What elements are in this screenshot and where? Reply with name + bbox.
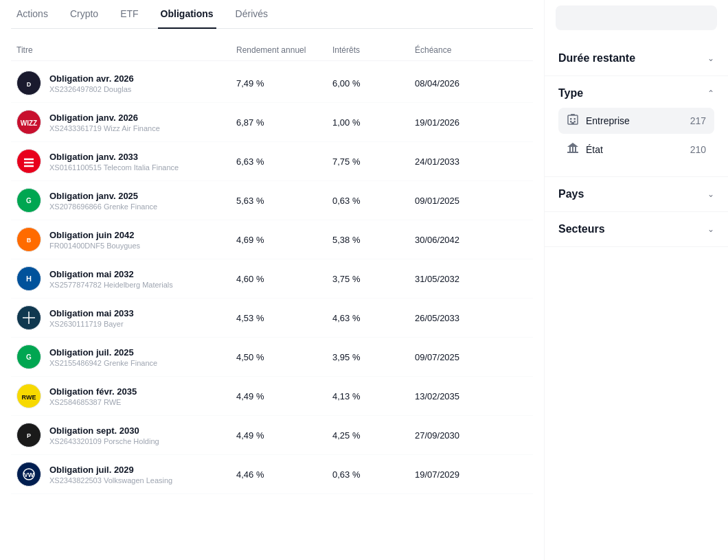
svg-text:H: H xyxy=(26,275,32,283)
col-echeance: 26/05/2033 xyxy=(415,313,511,323)
col-interets: 7,75 % xyxy=(332,156,415,167)
obligation-isin: XS0161100515 Telecom Italia Finance xyxy=(49,163,179,172)
company-logo: RWE xyxy=(16,384,41,408)
svg-text:G: G xyxy=(26,353,32,361)
obligation-name: Obligation févr. 2035 xyxy=(49,386,137,397)
table-row[interactable]: H Obligation mai 2032 XS2577874782 Heide… xyxy=(11,259,533,299)
filter-duree-restante-header[interactable]: Durée restante ⌄ xyxy=(558,52,714,65)
table-row[interactable]: G Obligation janv. 2025 XS2078696866 Gre… xyxy=(11,181,533,220)
col-header-rendement: Rendement annuel xyxy=(236,45,332,55)
svg-text:RWE: RWE xyxy=(22,394,36,401)
col-titre: G Obligation janv. 2025 XS2078696866 Gre… xyxy=(16,188,236,213)
obligation-isin: XS2643320109 Porsche Holding xyxy=(49,437,159,445)
nav-tabs: Actions Crypto ETF Obligations Dérivés xyxy=(11,0,533,29)
table-row[interactable]: WIZZ Obligation janv. 2026 XS2433361719 … xyxy=(11,103,533,142)
svg-text:WIZZ: WIZZ xyxy=(21,119,37,127)
svg-text:G: G xyxy=(26,197,32,205)
filter-type-header[interactable]: Type ⌃ xyxy=(558,87,714,100)
tab-crypto[interactable]: Crypto xyxy=(67,0,101,29)
tab-actions[interactable]: Actions xyxy=(14,0,51,29)
tab-derives[interactable]: Dérivés xyxy=(233,0,271,29)
col-rendement: 4,60 % xyxy=(236,274,332,284)
filter-secteurs: Secteurs ⌄ xyxy=(545,212,728,247)
table-row[interactable]: Obligation janv. 2033 XS0161100515 Telec… xyxy=(11,142,533,181)
filter-option-entreprise[interactable]: Entreprise 217 xyxy=(558,108,714,134)
company-logo xyxy=(16,149,41,174)
svg-rect-23 xyxy=(571,114,575,115)
obligation-name: Obligation janv. 2026 xyxy=(49,113,160,123)
chevron-down-icon-secteurs: ⌄ xyxy=(707,224,714,234)
col-interets: 3,75 % xyxy=(332,274,415,284)
col-echeance: 19/07/2029 xyxy=(415,469,511,480)
svg-rect-26 xyxy=(572,147,573,152)
table-body: D Obligation avr. 2026 XS2326497802 Doug… xyxy=(11,64,533,494)
filter-option-etat-count: 210 xyxy=(690,144,706,155)
col-echeance: 30/06/2042 xyxy=(415,235,511,245)
svg-rect-27 xyxy=(575,147,576,152)
svg-rect-22 xyxy=(571,122,574,124)
svg-marker-28 xyxy=(567,143,578,147)
svg-text:P: P xyxy=(27,432,31,439)
obligation-name: Obligation janv. 2025 xyxy=(49,191,157,201)
obligation-name: Obligation juil. 2025 xyxy=(49,347,157,358)
tab-obligations[interactable]: Obligations xyxy=(158,0,216,29)
col-header-echeance: Échéance xyxy=(415,45,511,55)
table-row[interactable]: VW Obligation juil. 2029 XS2343822503 Vo… xyxy=(11,455,533,494)
filter-option-etat[interactable]: État 210 xyxy=(558,137,714,163)
filter-type-options: Entreprise 217 xyxy=(558,108,714,163)
col-interets: 4,13 % xyxy=(332,391,415,401)
col-rendement: 6,63 % xyxy=(236,156,332,167)
col-rendement: 4,53 % xyxy=(236,313,332,323)
table-header: Titre Rendement annuel Intérêts Échéance xyxy=(11,40,533,61)
col-interets: 0,63 % xyxy=(332,469,415,480)
col-echeance: 09/07/2025 xyxy=(415,352,511,362)
filter-secteurs-title: Secteurs xyxy=(558,223,605,235)
filter-secteurs-header[interactable]: Secteurs ⌄ xyxy=(558,223,714,235)
filter-option-entreprise-count: 217 xyxy=(690,115,706,126)
col-titre: VW Obligation juil. 2029 XS2343822503 Vo… xyxy=(16,462,236,487)
col-echeance: 08/04/2026 xyxy=(415,78,511,89)
company-logo: WIZZ xyxy=(16,110,41,135)
table-row[interactable]: P Obligation sept. 2030 XS2643320109 Por… xyxy=(11,416,533,455)
col-rendement: 6,87 % xyxy=(236,117,332,128)
col-titre: D Obligation avr. 2026 XS2326497802 Doug… xyxy=(16,71,236,95)
filter-type-title: Type xyxy=(558,87,583,100)
col-titre: RWE Obligation févr. 2035 XS2584685387 R… xyxy=(16,384,236,408)
table-row[interactable]: Obligation mai 2033 XS2630111719 Bayer 4… xyxy=(11,299,533,338)
col-titre: H Obligation mai 2032 XS2577874782 Heide… xyxy=(16,266,236,291)
obligation-isin: XS2433361719 Wizz Air Finance xyxy=(49,124,160,132)
obligation-name: Obligation juil. 2029 xyxy=(49,465,172,475)
col-interets: 1,00 % xyxy=(332,117,415,128)
obligation-name: Obligation sept. 2030 xyxy=(49,425,159,436)
company-logo: P xyxy=(16,423,41,447)
tab-etf[interactable]: ETF xyxy=(117,0,141,29)
obligation-name: Obligation mai 2032 xyxy=(49,269,173,279)
obligation-name: Obligation janv. 2033 xyxy=(49,152,179,162)
col-titre: P Obligation sept. 2030 XS2643320109 Por… xyxy=(16,423,236,447)
table-row[interactable]: RWE Obligation févr. 2035 XS2584685387 R… xyxy=(11,377,533,416)
table-row[interactable]: B Obligation juin 2042 FR001400DNF5 Bouy… xyxy=(11,220,533,259)
col-interets: 4,25 % xyxy=(332,430,415,441)
filter-pays-header[interactable]: Pays ⌄ xyxy=(558,188,714,200)
col-rendement: 7,49 % xyxy=(236,78,332,89)
obligation-isin: XS2630111719 Bayer xyxy=(49,320,134,328)
search-bar[interactable] xyxy=(556,5,717,30)
filter-type: Type ⌃ xyxy=(545,76,728,177)
col-echeance: 27/09/2030 xyxy=(415,430,511,441)
col-titre: G Obligation juil. 2025 XS2155486942 Gre… xyxy=(16,345,236,369)
obligation-isin: XS2577874782 Heidelberg Materials xyxy=(49,281,173,289)
obligation-isin: XS2584685387 RWE xyxy=(49,398,137,406)
col-rendement: 4,49 % xyxy=(236,430,332,441)
obligation-name: Obligation mai 2033 xyxy=(49,308,134,318)
col-echeance: 24/01/2033 xyxy=(415,156,511,167)
col-titre: B Obligation juin 2042 FR001400DNF5 Bouy… xyxy=(16,227,236,252)
svg-rect-18 xyxy=(570,118,572,120)
filter-pays: Pays ⌄ xyxy=(545,177,728,212)
table-row[interactable]: G Obligation juil. 2025 XS2155486942 Gre… xyxy=(11,338,533,377)
svg-text:B: B xyxy=(27,237,32,244)
obligation-isin: XS2343822503 Volkswagen Leasing xyxy=(49,476,172,485)
obligation-isin: XS2155486942 Grenke Finance xyxy=(49,359,157,367)
table-row[interactable]: D Obligation avr. 2026 XS2326497802 Doug… xyxy=(11,64,533,103)
company-logo: D xyxy=(16,71,41,95)
col-interets: 4,63 % xyxy=(332,313,415,323)
